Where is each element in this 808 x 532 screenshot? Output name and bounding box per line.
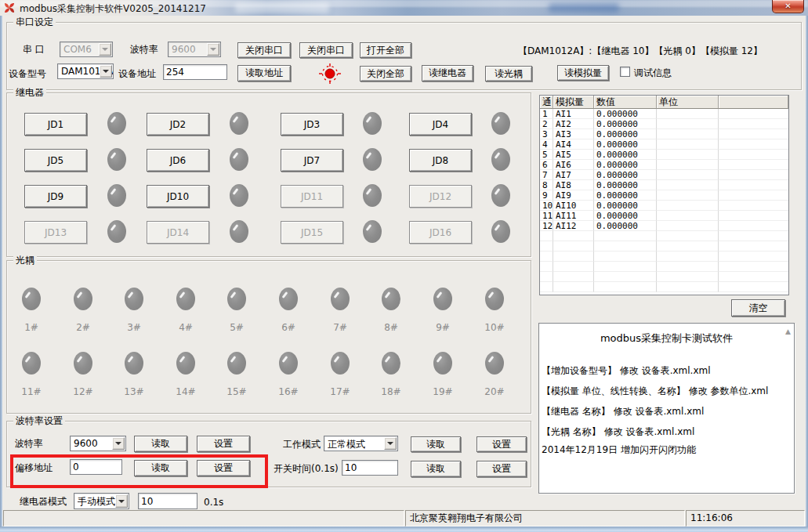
table-row[interactable]: 4AI40.000000 <box>540 139 788 150</box>
opto-led-10 <box>485 288 504 310</box>
table-row[interactable]: 12AI120.000000 <box>540 221 788 231</box>
close-button[interactable]: ✕ <box>772 0 804 13</box>
opto-led-14 <box>176 352 195 375</box>
cell-empty <box>657 252 719 262</box>
cell-empty <box>719 272 788 282</box>
header-channel[interactable]: 通 <box>540 96 553 109</box>
cell-name: AI2 <box>553 119 594 129</box>
offset-read-button[interactable]: 读取 <box>134 460 187 476</box>
switch-time-read-button[interactable]: 读取 <box>411 461 461 477</box>
close-serial-button-2[interactable]: 关闭串口 <box>299 42 353 58</box>
opto-led-11 <box>22 352 41 375</box>
cell-empty <box>553 272 594 282</box>
device-model-combo[interactable]: DAM1012A <box>57 63 114 79</box>
relay-led-1 <box>107 112 126 135</box>
work-mode-label: 工作模式 <box>283 439 321 450</box>
info-panel: modbus采集控制卡测试软件 ▲ 【增加设备型号】 修改 设备表.xml.xm… <box>538 323 795 494</box>
offset-address-input[interactable] <box>70 459 122 475</box>
switch-time-input[interactable] <box>342 460 398 476</box>
relay-button-jd10[interactable]: JD10 <box>147 185 209 208</box>
read-analog-button[interactable]: 读模拟量 <box>557 65 609 81</box>
close-all-button[interactable]: 关闭全部 <box>360 66 411 81</box>
dropdown-button[interactable] <box>112 437 125 450</box>
table-row[interactable]: 11AI110.000000 <box>540 211 788 221</box>
relay-mode-unit-label: 0.1s <box>204 497 223 508</box>
dropdown-button[interactable] <box>384 437 397 450</box>
opto-led-13 <box>125 352 143 375</box>
opto-led-8 <box>382 288 400 310</box>
cell-channel: 7 <box>540 170 553 180</box>
relay-mode-combo[interactable]: 手动模式 <box>74 493 129 509</box>
relay-button-jd2[interactable]: JD2 <box>147 113 209 136</box>
table-row[interactable]: 9AI90.000000 <box>540 190 788 201</box>
cell-value: 0.000000 <box>594 129 657 139</box>
read-opto-button[interactable]: 读光耦 <box>485 66 532 81</box>
scroll-up-arrow-icon[interactable]: ▲ <box>785 328 791 335</box>
cell-unit <box>657 170 719 180</box>
cell-value: 0.000000 <box>594 170 657 180</box>
table-row[interactable]: 8AI80.000000 <box>540 180 788 190</box>
switch-time-set-button[interactable]: 设置 <box>476 461 527 477</box>
cell-extra <box>719 109 788 119</box>
relay-button-jd4[interactable]: JD4 <box>409 113 472 136</box>
table-row[interactable]: 2AI20.000000 <box>540 119 788 129</box>
opto-led-16 <box>279 352 298 375</box>
header-value[interactable]: 数值 <box>594 96 657 109</box>
baud-set-button[interactable]: 设置 <box>197 436 250 452</box>
baud-read-button[interactable]: 读取 <box>134 436 187 452</box>
opto-led-6 <box>279 288 298 310</box>
cell-name: AI6 <box>553 160 594 170</box>
window-border-left <box>0 16 2 532</box>
work-mode-set-button[interactable]: 设置 <box>476 436 527 452</box>
device-address-input[interactable] <box>163 64 227 80</box>
dropdown-button <box>207 43 219 56</box>
opto-channel-label: 17# <box>324 386 356 397</box>
relay-mode-time-input[interactable] <box>138 493 197 509</box>
work-mode-combo[interactable]: 正常模式 <box>324 436 398 451</box>
dropdown-button[interactable] <box>100 65 112 78</box>
opto-led-15 <box>227 352 246 375</box>
header-analog[interactable]: 模拟量 <box>553 96 594 109</box>
table-row[interactable]: 6AI60.000000 <box>540 160 788 170</box>
open-all-button[interactable]: 打开全部 <box>360 42 411 58</box>
cell-empty <box>553 241 594 252</box>
close-serial-button-1[interactable]: 关闭串口 <box>237 42 291 58</box>
relay-mode-value: 手动模式 <box>78 495 115 508</box>
table-row[interactable]: 10AI100.000000 <box>540 201 788 211</box>
cell-extra <box>719 221 788 231</box>
relay-button-jd6[interactable]: JD6 <box>147 149 209 172</box>
read-address-button[interactable]: 读取地址 <box>237 65 291 81</box>
cell-empty <box>594 241 657 252</box>
relay-button-jd15: JD15 <box>281 221 343 244</box>
dropdown-button <box>99 43 111 56</box>
relay-button-jd9[interactable]: JD9 <box>24 185 87 208</box>
baud-label: 波特率 <box>15 438 43 449</box>
read-relay-button[interactable]: 读继电器 <box>422 65 473 81</box>
relay-button-jd5[interactable]: JD5 <box>24 149 87 172</box>
cell-unit <box>657 180 719 190</box>
offset-set-button[interactable]: 设置 <box>197 460 250 476</box>
app-icon <box>3 2 16 14</box>
table-row[interactable]: 5AI50.000000 <box>540 150 788 160</box>
table-row[interactable]: 3AI30.000000 <box>540 129 788 139</box>
opto-channel-label: 5# <box>221 322 252 333</box>
serial-settings-group: 串口设定 串 口 COM6 波特率 9600 关闭串口 关闭串口 打开全部 【D… <box>6 22 802 90</box>
debug-info-checkbox[interactable] <box>620 67 630 77</box>
relay-button-jd8[interactable]: JD8 <box>409 149 472 172</box>
relay-mode-label: 继电器模式 <box>20 496 67 507</box>
baud-combo[interactable]: 9600 <box>70 436 126 451</box>
work-mode-read-button[interactable]: 读取 <box>411 436 461 452</box>
title-bar[interactable]: modbus采集控制卡软件V0205_20141217 <box>0 0 808 16</box>
relay-button-jd7[interactable]: JD7 <box>281 149 343 172</box>
relay-button-jd1[interactable]: JD1 <box>24 113 87 136</box>
analog-table: 通 模拟量 数值 单位 1AI10.000000 2AI20.000000 3A… <box>539 95 789 295</box>
clear-table-button[interactable]: 清空 <box>731 299 785 317</box>
dropdown-button[interactable] <box>115 494 128 508</box>
relay-button-jd3[interactable]: JD3 <box>281 113 343 136</box>
table-row[interactable]: 1AI10.000000 <box>540 109 788 119</box>
opto-led-3 <box>125 288 143 310</box>
work-mode-value: 正常模式 <box>328 438 365 451</box>
header-unit[interactable]: 单位 <box>657 96 719 109</box>
table-row[interactable]: 7AI70.000000 <box>540 170 788 180</box>
header-extra[interactable] <box>719 96 788 109</box>
